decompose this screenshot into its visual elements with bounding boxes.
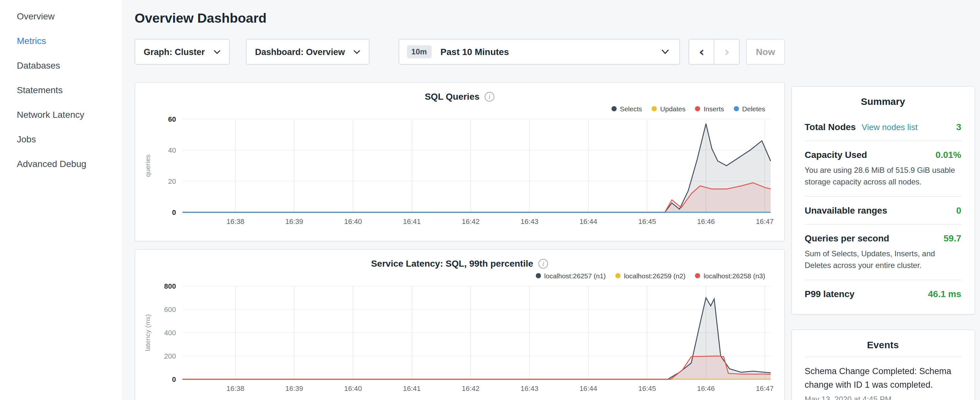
now-button[interactable]: Now xyxy=(746,39,784,65)
svg-text:200: 200 xyxy=(164,352,176,360)
svg-text:800: 800 xyxy=(164,282,176,290)
svg-text:16:40: 16:40 xyxy=(344,217,362,226)
svg-text:16:42: 16:42 xyxy=(462,217,479,226)
legend-dot xyxy=(695,106,700,112)
svg-text:16:43: 16:43 xyxy=(520,217,538,226)
dashboard-dropdown-label: Dashboard: Overview xyxy=(255,47,345,57)
svg-text:queries: queries xyxy=(144,155,151,177)
legend-item[interactable]: Deletes xyxy=(734,105,765,113)
sidebar-item-network-latency[interactable]: Network Latency xyxy=(0,102,122,127)
time-step-buttons: ‹ › xyxy=(689,39,740,65)
sidebar-item-jobs[interactable]: Jobs xyxy=(0,127,122,151)
svg-text:16:41: 16:41 xyxy=(403,217,421,226)
chevron-left-icon: ‹ xyxy=(699,45,705,58)
svg-text:16:44: 16:44 xyxy=(579,217,597,226)
sidebar-item-metrics[interactable]: Metrics xyxy=(0,29,122,53)
legend-label: localhost:26257 (n1) xyxy=(544,272,606,280)
events-panel: Events Schema Change Completed: Schema c… xyxy=(791,330,975,400)
chevron-down-icon xyxy=(353,49,360,54)
legend-label: Inserts xyxy=(704,105,724,113)
svg-text:40: 40 xyxy=(168,146,176,155)
dashboard-controls: Graph: Cluster Dashboard: Overview 10m P… xyxy=(135,39,784,65)
legend-label: Updates xyxy=(660,105,686,113)
summary-value: 46.1 ms xyxy=(928,288,961,299)
legend-item[interactable]: Inserts xyxy=(695,105,724,113)
graph-scope-dropdown[interactable]: Graph: Cluster xyxy=(135,39,230,65)
dashboard-dropdown[interactable]: Dashboard: Overview xyxy=(246,39,369,65)
legend-item[interactable]: localhost:26258 (n3) xyxy=(695,272,765,280)
svg-text:16:46: 16:46 xyxy=(697,217,715,226)
event-item[interactable]: Schema Change Completed: Schema change w… xyxy=(805,357,961,392)
chevron-right-icon: › xyxy=(724,45,730,58)
legend-dot xyxy=(616,273,620,278)
svg-text:16:39: 16:39 xyxy=(285,384,303,392)
svg-text:400: 400 xyxy=(164,329,176,337)
sidebar-item-statements[interactable]: Statements xyxy=(0,78,122,102)
summary-subtext: You are using 28.6 MiB of 515.9 GiB usab… xyxy=(805,164,961,188)
main-content: Overview Dashboard Graph: Cluster Dashbo… xyxy=(123,0,784,400)
svg-text:16:47: 16:47 xyxy=(756,217,773,226)
event-timestamp: May 13, 2020 at 4:45 PM xyxy=(805,395,961,400)
svg-text:16:38: 16:38 xyxy=(226,384,244,392)
chevron-down-icon xyxy=(662,49,670,54)
legend-dot xyxy=(652,106,657,112)
chart-legend: localhost:26257 (n1)localhost:26259 (n2)… xyxy=(140,272,780,280)
view-nodes-list-link[interactable]: View nodes list xyxy=(862,122,918,132)
summary-label: Total Nodes xyxy=(805,122,856,132)
sidebar-item-overview[interactable]: Overview xyxy=(0,4,122,29)
page-title: Overview Dashboard xyxy=(135,10,784,26)
svg-text:20: 20 xyxy=(168,177,176,185)
chart-title: Service Latency: SQL, 99th percentile xyxy=(371,258,533,269)
summary-title: Summary xyxy=(805,96,961,113)
info-icon[interactable]: i xyxy=(485,92,494,101)
summary-value: 0.01% xyxy=(935,150,961,160)
svg-text:16:45: 16:45 xyxy=(638,217,656,226)
svg-text:16:42: 16:42 xyxy=(462,384,479,392)
legend-item[interactable]: Updates xyxy=(652,105,686,113)
legend-item[interactable]: localhost:26259 (n2) xyxy=(616,272,685,280)
legend-item[interactable]: localhost:26257 (n1) xyxy=(536,272,606,280)
legend-dot xyxy=(734,106,739,112)
time-range-selector[interactable]: 10m Past 10 Minutes xyxy=(398,39,680,65)
left-nav: Overview Metrics Databases Statements Ne… xyxy=(0,0,123,400)
svg-text:16:47: 16:47 xyxy=(756,384,773,392)
legend-label: localhost:26259 (n2) xyxy=(624,272,685,280)
svg-text:16:39: 16:39 xyxy=(285,217,303,226)
chart-canvas: 16:3816:3916:4016:4116:4216:4316:4416:45… xyxy=(140,281,780,400)
svg-text:60: 60 xyxy=(168,115,176,123)
svg-text:16:41: 16:41 xyxy=(403,384,421,392)
time-range-badge: 10m xyxy=(407,45,431,58)
info-icon[interactable]: i xyxy=(538,258,548,268)
sidebar-item-advanced-debug[interactable]: Advanced Debug xyxy=(0,151,122,176)
time-step-forward-button[interactable]: › xyxy=(714,39,740,65)
svg-text:16:44: 16:44 xyxy=(579,384,597,392)
svg-text:16:43: 16:43 xyxy=(520,384,538,392)
legend-label: Deletes xyxy=(742,105,765,113)
legend-label: Selects xyxy=(620,105,642,113)
sql-queries-chart-card: SQL Queries i SelectsUpdatesInsertsDelet… xyxy=(135,82,784,241)
summary-value: 59.7 xyxy=(944,233,962,243)
summary-label: Capacity Used xyxy=(805,150,867,160)
summary-value: 0 xyxy=(956,205,961,215)
svg-text:16:45: 16:45 xyxy=(638,384,656,392)
legend-label: localhost:26258 (n3) xyxy=(704,272,765,280)
summary-row-total-nodes: Total Nodes View nodes list 3 xyxy=(805,113,961,140)
summary-row-capacity-used: Capacity Used 0.01% You are using 28.6 M… xyxy=(805,140,961,196)
summary-label: Unavailable ranges xyxy=(805,205,887,215)
svg-text:16:38: 16:38 xyxy=(226,217,244,226)
legend-item[interactable]: Selects xyxy=(611,105,642,113)
svg-text:latency (ms): latency (ms) xyxy=(144,314,151,351)
graph-scope-label: Graph: Cluster xyxy=(144,47,205,57)
chart-title: SQL Queries xyxy=(425,91,479,102)
svg-text:600: 600 xyxy=(164,306,176,314)
summary-label: Queries per second xyxy=(805,233,889,243)
sidebar-item-databases[interactable]: Databases xyxy=(0,53,122,78)
summary-panel: Summary Total Nodes View nodes list 3 Ca… xyxy=(791,86,975,315)
time-range-label: Past 10 Minutes xyxy=(440,46,661,57)
summary-row-p99-latency: P99 latency 46.1 ms xyxy=(805,280,961,308)
svg-text:16:40: 16:40 xyxy=(344,384,362,392)
chevron-down-icon xyxy=(213,49,221,54)
time-step-back-button[interactable]: ‹ xyxy=(689,39,715,65)
legend-dot xyxy=(611,106,617,112)
summary-label: P99 latency xyxy=(805,288,854,299)
